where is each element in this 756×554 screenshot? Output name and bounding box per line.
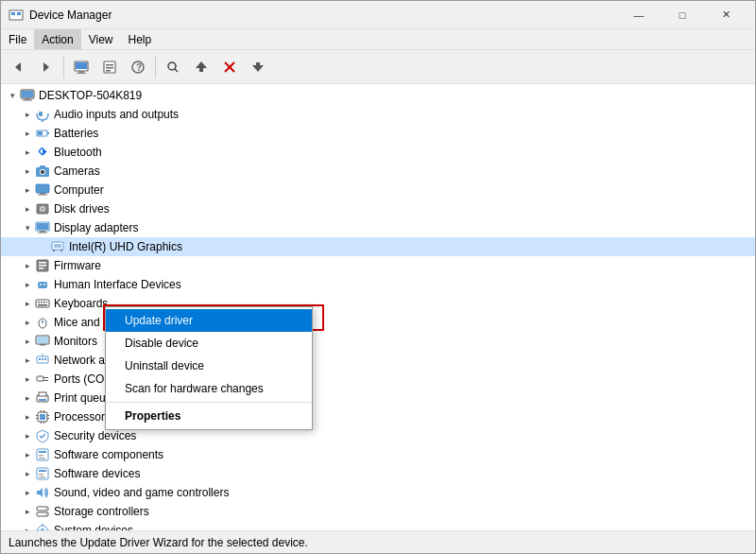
svg-rect-49 [60, 250, 62, 251]
update-driver-button[interactable] [188, 54, 215, 80]
intel-gpu-label: Intel(R) UHD Graphics [69, 240, 182, 253]
svg-rect-53 [39, 268, 43, 269]
root-label: DESKTOP-504K819 [39, 89, 142, 102]
expander-software-comp[interactable] [20, 447, 35, 462]
delete-button[interactable] [216, 54, 243, 80]
menu-view[interactable]: View [81, 29, 121, 49]
tree-item-firmware[interactable]: Firmware [1, 256, 755, 275]
expander-monitors[interactable] [20, 334, 35, 349]
expander-processors[interactable] [20, 409, 35, 424]
expander-cameras[interactable] [20, 164, 35, 179]
svg-rect-59 [41, 302, 43, 303]
expander-mice[interactable] [20, 315, 35, 330]
main-content: DESKTOP-504K819 Audio inputs and outputs [1, 84, 755, 530]
cameras-icon [35, 164, 50, 179]
expander-print[interactable] [20, 390, 35, 406]
svg-rect-58 [38, 302, 40, 303]
svg-point-55 [40, 284, 42, 286]
svg-marker-4 [43, 62, 49, 72]
tree-item-root[interactable]: DESKTOP-504K819 [1, 86, 755, 105]
expander-firmware[interactable] [20, 258, 35, 273]
context-menu-uninstall-device[interactable]: Uninstall device [106, 355, 312, 377]
expander-root[interactable] [5, 88, 20, 103]
menu-file[interactable]: File [1, 29, 34, 49]
batteries-icon [35, 126, 50, 141]
svg-rect-43 [37, 223, 48, 230]
scan-hardware-button[interactable] [160, 54, 186, 80]
context-menu-scan-hardware[interactable]: Scan for hardware changes [106, 377, 312, 400]
expander-keyboard[interactable] [20, 296, 35, 311]
expander-software-dev[interactable] [20, 466, 35, 481]
maximize-button[interactable]: □ [661, 1, 704, 29]
svg-marker-3 [15, 62, 21, 72]
tree-item-software-comp[interactable]: Software components [1, 445, 755, 464]
menu-help[interactable]: Help [121, 29, 160, 49]
expander-system[interactable] [20, 523, 35, 530]
svg-rect-97 [39, 474, 43, 476]
rollback-button[interactable] [245, 54, 271, 80]
tree-item-computer[interactable]: Computer [1, 181, 755, 199]
svg-rect-44 [40, 231, 45, 233]
window-controls: — □ ✕ [617, 1, 747, 29]
sound-label: Sound, video and game controllers [54, 486, 229, 499]
tree-item-disk[interactable]: Disk drives [1, 199, 755, 218]
tree-item-batteries[interactable]: Batteries [1, 124, 755, 143]
computer-category-icon [35, 182, 50, 198]
help-button[interactable]: ? [125, 54, 151, 80]
expander-batteries[interactable] [20, 126, 35, 141]
svg-rect-25 [25, 98, 30, 100]
tree-item-software-dev[interactable]: Software devices [1, 464, 755, 483]
svg-rect-85 [41, 422, 42, 424]
svg-rect-67 [37, 337, 48, 343]
update-driver-label: Update driver [125, 314, 193, 327]
tree-item-intel-gpu[interactable]: Intel(R) UHD Graphics [1, 237, 755, 256]
minimize-button[interactable]: — [617, 1, 661, 29]
tree-item-human[interactable]: Human Interface Devices [1, 275, 755, 294]
tree-item-sound[interactable]: Sound, video and game controllers [1, 483, 755, 502]
keyboard-label: Keyboards [54, 297, 108, 310]
svg-text:?: ? [136, 62, 142, 73]
tree-item-audio[interactable]: Audio inputs and outputs [1, 105, 755, 124]
human-label: Human Interface Devices [54, 278, 181, 291]
svg-point-15 [168, 62, 176, 70]
expander-security[interactable] [20, 428, 35, 443]
display-icon [35, 220, 50, 235]
software-comp-label: Software components [54, 448, 163, 461]
expander-disk[interactable] [20, 201, 35, 216]
svg-marker-17 [196, 61, 207, 68]
back-button[interactable] [5, 54, 31, 80]
expander-storage[interactable] [20, 504, 35, 519]
expander-human[interactable] [20, 277, 35, 292]
svg-rect-22 [256, 62, 260, 66]
expander-computer[interactable] [20, 182, 35, 198]
close-button[interactable]: ✕ [704, 1, 747, 29]
svg-rect-47 [54, 244, 61, 248]
context-menu-update-driver[interactable]: Update driver [106, 309, 312, 332]
svg-rect-2 [17, 12, 21, 15]
expander-network[interactable] [20, 353, 35, 368]
tree-item-display[interactable]: Display adapters [1, 218, 755, 237]
device-manager-button[interactable] [68, 54, 94, 80]
expander-audio[interactable] [20, 107, 35, 122]
svg-line-16 [175, 69, 178, 72]
tree-item-system[interactable]: System devices [1, 521, 755, 530]
expander-display[interactable] [20, 220, 35, 235]
storage-label: Storage controllers [54, 505, 149, 518]
properties-button[interactable] [96, 54, 123, 80]
menu-action[interactable]: Action [34, 29, 80, 49]
svg-rect-92 [39, 451, 46, 453]
tree-item-bluetooth[interactable]: Bluetooth [1, 143, 755, 162]
svg-marker-99 [37, 488, 43, 497]
forward-button[interactable] [33, 54, 60, 80]
svg-rect-79 [39, 399, 46, 401]
expander-ports[interactable] [20, 372, 35, 387]
context-menu: Update driver Disable device Uninstall d… [105, 306, 313, 430]
expander-sound[interactable] [20, 485, 35, 500]
expander-bluetooth[interactable] [20, 145, 35, 160]
tree-item-cameras[interactable]: Cameras [1, 162, 755, 181]
svg-point-103 [45, 513, 47, 515]
security-icon [35, 428, 50, 443]
context-menu-disable-device[interactable]: Disable device [106, 332, 312, 355]
tree-item-storage[interactable]: Storage controllers [1, 502, 755, 521]
context-menu-properties[interactable]: Properties [106, 405, 312, 427]
